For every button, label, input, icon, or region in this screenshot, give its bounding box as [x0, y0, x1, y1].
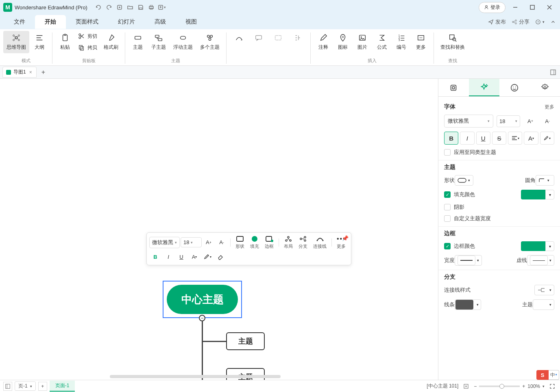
find-replace-button[interactable]: 查找和替换: [437, 31, 468, 53]
zoom-dropdown[interactable]: ▾: [543, 384, 545, 388]
border-dash-select[interactable]: ▾: [527, 255, 554, 266]
add-tab-button[interactable]: +: [39, 67, 48, 78]
fullscreen-button[interactable]: [548, 382, 557, 391]
multiple-topic-button[interactable]: 多个主题: [197, 31, 223, 53]
branch-topic-select[interactable]: ▾: [533, 299, 554, 310]
line-color-select[interactable]: ▾: [455, 299, 481, 310]
page-selector[interactable]: 页-1▾: [15, 381, 36, 391]
root-node-selection[interactable]: 中心主题: [163, 281, 242, 318]
panel-highlight[interactable]: ▾: [540, 132, 554, 145]
image-button[interactable]: 图片: [353, 31, 372, 53]
panel-font-shrink[interactable]: A-: [540, 115, 554, 127]
summary-button[interactable]: [288, 31, 307, 46]
connector-button[interactable]: 连接线: [311, 235, 329, 249]
fill-button[interactable]: 填充: [248, 235, 261, 249]
page-tab[interactable]: 页面-1: [50, 381, 75, 392]
panel-align[interactable]: ▾: [508, 132, 522, 145]
highlight-button[interactable]: ▾: [201, 251, 214, 262]
boundary-button[interactable]: [269, 31, 288, 46]
border-button[interactable]: 边框: [262, 235, 276, 249]
cut-button[interactable]: 剪切: [75, 31, 100, 41]
relation-button[interactable]: [230, 31, 248, 46]
ime-indicator[interactable]: S 中 •: [536, 370, 559, 380]
login-button[interactable]: 登录: [479, 2, 506, 13]
callout-button[interactable]: [249, 31, 268, 46]
clear-format-button[interactable]: [214, 251, 227, 262]
font-family-select[interactable]: 微软雅黑▾: [149, 237, 180, 248]
save-button[interactable]: [136, 3, 145, 12]
shape-button[interactable]: 形状: [233, 235, 247, 249]
bold-button[interactable]: B: [149, 251, 161, 262]
help-button[interactable]: ?▾: [535, 19, 545, 25]
close-tab-button[interactable]: ×: [28, 69, 33, 75]
maximize-button[interactable]: [525, 2, 540, 13]
font-size-select[interactable]: 18▾: [181, 237, 202, 247]
zoom-out-button[interactable]: −: [474, 383, 477, 389]
panel-tab-style[interactable]: [438, 79, 469, 96]
pin-toolbar-button[interactable]: 📌: [342, 235, 349, 241]
underline-button[interactable]: U: [175, 251, 187, 262]
open-button[interactable]: [126, 3, 135, 12]
more-insert-button[interactable]: 更多: [412, 31, 430, 53]
panel-italic[interactable]: I: [460, 132, 474, 145]
topic-button[interactable]: 主题: [129, 31, 147, 53]
zoom-slider[interactable]: [479, 386, 520, 387]
menu-tab-advanced[interactable]: 高级: [145, 15, 176, 29]
corner-select[interactable]: ▾: [536, 175, 554, 186]
horizontal-scrollbar[interactable]: [110, 375, 281, 378]
number-button[interactable]: 123编号: [392, 31, 411, 53]
shape-select[interactable]: ▾: [455, 175, 473, 186]
panel-layout-button[interactable]: [549, 68, 558, 77]
formatpainter-button[interactable]: 格式刷: [100, 31, 122, 53]
panel-tab-ai[interactable]: [469, 79, 499, 96]
layout-button[interactable]: 布局: [281, 235, 295, 249]
minimize-button[interactable]: [508, 2, 523, 13]
bordercolor-checkbox[interactable]: ✓: [444, 243, 451, 249]
branch-button[interactable]: 分支: [296, 235, 310, 249]
panel-bold[interactable]: B: [444, 132, 458, 145]
mindmap-mode-button[interactable]: 思维导图: [3, 31, 29, 53]
new-button[interactable]: [115, 3, 124, 12]
add-page-button[interactable]: +: [38, 382, 47, 391]
fit-button[interactable]: [462, 382, 471, 391]
menu-tab-slideshow[interactable]: 幻灯片: [108, 15, 145, 29]
font-shrink-button[interactable]: A-: [216, 237, 228, 248]
panel-font-family[interactable]: 微软雅黑▾: [444, 115, 493, 128]
canvas[interactable]: 📌 微软雅黑▾ 18▾ A+ A- 形状 填充 边框 布局 分支 连接线 •••…: [0, 79, 438, 380]
apply-same-checkbox[interactable]: [444, 149, 451, 156]
bordercolor-select[interactable]: ▾: [521, 241, 554, 251]
collapse-handle[interactable]: −: [199, 315, 205, 321]
customwidth-checkbox[interactable]: [444, 215, 451, 222]
icon-button[interactable]: 图标: [333, 31, 352, 53]
print-button[interactable]: [147, 3, 156, 12]
floating-topic-button[interactable]: 浮动主题: [170, 31, 196, 53]
note-button[interactable]: 注释: [314, 31, 333, 53]
menu-tab-file[interactable]: 文件: [4, 15, 35, 29]
share-button[interactable]: 分享: [512, 18, 529, 26]
close-button[interactable]: [542, 2, 557, 13]
zoom-in-button[interactable]: +: [522, 383, 525, 389]
italic-button[interactable]: I: [162, 251, 174, 262]
menu-tab-pagestyle[interactable]: 页面样式: [66, 15, 108, 29]
undo-button[interactable]: [94, 3, 103, 12]
font-grow-button[interactable]: A+: [203, 237, 215, 248]
formula-button[interactable]: 公式: [373, 31, 391, 53]
publish-button[interactable]: 发布: [488, 18, 506, 26]
fillcolor-checkbox[interactable]: ✓: [444, 191, 451, 198]
panel-tab-settings[interactable]: [529, 79, 560, 96]
shadow-checkbox[interactable]: [444, 204, 451, 210]
statusbar-layout-button[interactable]: [3, 382, 12, 391]
fillcolor-select[interactable]: ▾: [521, 190, 554, 199]
connstyle-select[interactable]: ▾: [534, 285, 554, 295]
panel-underline[interactable]: U: [476, 132, 490, 145]
panel-font-color[interactable]: A▾: [524, 132, 538, 145]
font-color-button[interactable]: A▾: [188, 251, 200, 262]
panel-strike[interactable]: S: [492, 132, 506, 145]
panel-font-grow[interactable]: A+: [523, 115, 537, 127]
child-node[interactable]: 主题: [226, 332, 265, 350]
panel-font-more[interactable]: 更多: [545, 104, 554, 110]
copy-button[interactable]: 拷贝: [75, 42, 100, 53]
panel-font-size[interactable]: 18▾: [497, 115, 520, 127]
menu-tab-home[interactable]: 开始: [35, 15, 66, 29]
root-node[interactable]: 中心主题: [167, 285, 238, 314]
